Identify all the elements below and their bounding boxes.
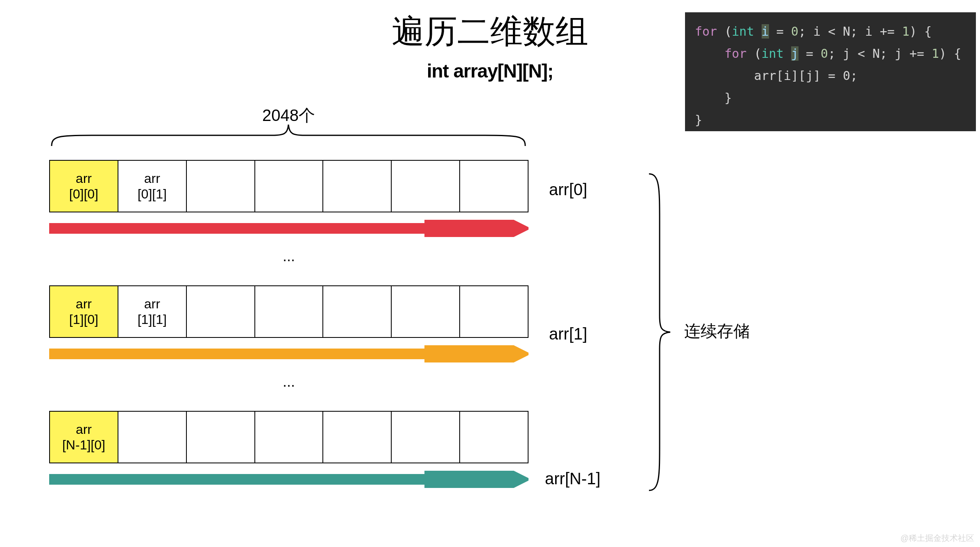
code-body: arr[i][j] = 0; [754,68,858,83]
cell [460,412,528,463]
cell [187,412,255,463]
cell [255,286,324,337]
cell: arr[1][0] [50,286,118,337]
code-block: for (int i = 0; i < N; i += 1) { for (in… [685,12,976,131]
code-cond: ; i < N; i += [799,24,902,39]
code-num: 1 [932,46,939,61]
brace-right-icon [647,172,672,492]
arrow-right-icon [49,471,529,488]
code-num: 0 [821,46,828,61]
code-brace: ) { [910,24,932,39]
cell [187,286,255,337]
cell [323,412,392,463]
cell [255,161,324,212]
cell [323,161,392,212]
ellipsis: ... [49,373,529,390]
watermark: @稀土掘金技术社区 [901,533,974,544]
code-keyword-for: for [724,46,746,61]
code-var-j: j [791,46,799,61]
cell [392,286,460,337]
arrow-right-icon [49,345,529,362]
cell [392,412,460,463]
cell: arr[0][0] [50,161,118,212]
arrow-right-icon [49,220,529,237]
ellipsis: ... [49,248,529,265]
cell [255,412,324,463]
code-brace: } [724,91,732,105]
array-row: arr[0][0] arr[0][1] [49,160,529,237]
storage-label: 连续存储 [684,320,750,342]
row-label: arr[1] [549,325,587,343]
code-cond: ; j < N; j += [828,46,932,61]
page-title: 遍历二维数组 [392,10,588,54]
array-row: arr[N-1][0] [49,411,529,488]
cell [187,161,255,212]
cell [460,286,528,337]
cell [392,161,460,212]
code-op: = [799,46,821,61]
cells-row: arr[1][0] arr[1][1] [49,285,529,338]
code-num: 1 [902,24,910,39]
size-label: 2048个 [262,104,315,127]
code-brace: } [695,113,702,127]
cell [460,161,528,212]
declaration-subtitle: int array[N][N]; [427,60,554,82]
cells-row: arr[0][0] arr[0][1] [49,160,529,212]
cell: arr[1][1] [118,286,187,337]
array-diagram: arr[0][0] arr[0][1] ... arr[1][0] arr[1]… [49,160,529,488]
code-type: int [732,24,754,39]
cell [323,286,392,337]
row-label: arr[0] [549,180,587,199]
code-var-i: i [762,24,769,39]
code-num: 0 [791,24,799,39]
cell [118,412,187,463]
cell: arr[0][1] [118,161,187,212]
row-label: arr[N-1] [545,470,601,488]
code-brace: ) { [939,46,961,61]
code-op: = [769,24,791,39]
cells-row: arr[N-1][0] [49,411,529,463]
code-type: int [762,46,784,61]
brace-top-icon [51,124,526,147]
code-keyword-for: for [695,24,717,39]
array-row: arr[1][0] arr[1][1] [49,285,529,362]
cell: arr[N-1][0] [50,412,118,463]
